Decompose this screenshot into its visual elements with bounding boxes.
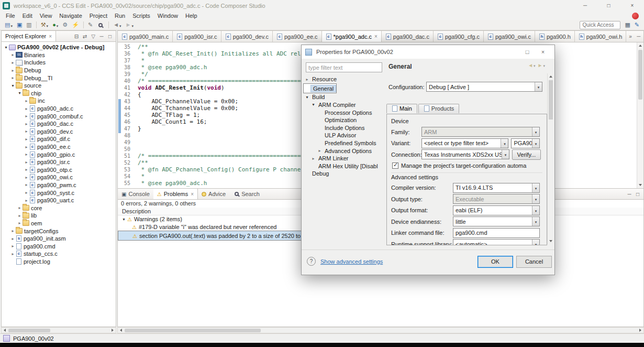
help-icon[interactable]: ? — [307, 257, 316, 266]
save-icon[interactable]: ▣ — [15, 20, 24, 29]
menu-navigate[interactable]: Navigate — [55, 12, 85, 19]
tree-item-project-log[interactable]: project.log — [2, 258, 116, 266]
scroll-down-icon[interactable] — [548, 238, 554, 244]
connection-select[interactable]: Texas Instruments XDS2xx USB Debug — [421, 149, 509, 159]
scrollbar-thumb[interactable] — [638, 50, 642, 100]
tree-item-pga900-combuf-c[interactable]: cpga900_combuf.c — [2, 112, 116, 120]
close-icon[interactable] — [191, 191, 194, 197]
properties-item-general[interactable]: General — [303, 83, 337, 93]
expand-arrow-icon[interactable] — [24, 182, 29, 187]
expand-arrow-icon[interactable] — [10, 75, 16, 80]
tree-item-startup-ccs-c[interactable]: cstartup_ccs.c — [2, 250, 116, 258]
editor-tab-pga900-owi-c[interactable]: cpga900_owi.c — [484, 31, 535, 42]
maximize-icon[interactable]: □ — [597, 0, 620, 12]
tree-item-pga900-owi-c[interactable]: cpga900_owi.c — [2, 174, 116, 181]
properties-tree[interactable]: ResourceGeneralBuildARM CompilerProcesso… — [303, 75, 383, 250]
maximize-icon[interactable]: □ — [106, 34, 114, 39]
menu-run[interactable]: Run — [111, 12, 129, 19]
tab-products[interactable]: Products — [418, 104, 459, 113]
close-icon[interactable]: × — [535, 49, 551, 55]
annotation-icon[interactable]: ✎ — [86, 20, 94, 29]
expand-arrow-icon[interactable] — [10, 252, 16, 256]
scrollbar-thumb[interactable] — [8, 329, 50, 332]
editor-tab-pga900-cfg-c[interactable]: cpga900_cfg.c — [434, 31, 484, 42]
expand-arrow-icon[interactable] — [24, 137, 29, 142]
tree-item-chip[interactable]: chip — [2, 90, 116, 97]
expand-arrow-icon[interactable] — [24, 160, 29, 165]
expand-arrow-icon[interactable] — [17, 221, 23, 225]
device-endianness-select[interactable]: little — [453, 216, 540, 226]
scroll-left-icon[interactable] — [118, 328, 124, 333]
expand-arrow-icon[interactable] — [317, 148, 323, 153]
expand-arrow-icon[interactable] — [10, 60, 16, 65]
menu-project[interactable]: Project — [86, 12, 111, 19]
explorer-horizontal-scrollbar[interactable] — [1, 327, 116, 333]
minimize-icon[interactable]: ─ — [573, 0, 597, 12]
link-editor-icon[interactable]: ⇄ — [81, 34, 89, 39]
close-icon[interactable] — [49, 34, 52, 39]
configuration-select[interactable]: Debug [ Active ] — [426, 82, 542, 92]
editor-tab-pga900-ee-c[interactable]: cpga900_ee.c — [273, 31, 322, 42]
expand-arrow-icon[interactable] — [24, 106, 29, 111]
tree-item-lib[interactable]: lib — [2, 212, 116, 220]
maximize-icon[interactable]: □ — [634, 191, 642, 197]
menu-file[interactable]: File — [2, 12, 19, 19]
tab-main[interactable]: Main — [386, 104, 417, 113]
tree-item-core[interactable]: core — [2, 204, 116, 212]
close-icon[interactable] — [374, 34, 377, 39]
ccs-edit-perspective-icon[interactable]: ✎ — [633, 20, 641, 29]
linker-command-file-input[interactable]: pga900.cmd — [453, 228, 540, 238]
scroll-right-icon[interactable] — [109, 328, 116, 333]
family-select[interactable]: ARM — [421, 127, 540, 137]
properties-item-debug[interactable]: Debug — [303, 170, 383, 178]
menu-help[interactable]: Help — [182, 12, 201, 19]
view-menu-icon[interactable]: ▽ — [89, 34, 97, 39]
menu-scripts[interactable]: Scripts — [129, 12, 154, 19]
properties-item-predefined-symbols[interactable]: Predefined Symbols — [303, 139, 383, 147]
properties-item-build[interactable]: Build — [303, 93, 383, 101]
editor-tab-pga900-h[interactable]: hpga900.h — [535, 31, 575, 42]
tab-search[interactable]: Search — [229, 189, 263, 199]
new-file-icon[interactable]: ▤ — [3, 20, 14, 29]
scroll-up-icon[interactable] — [548, 73, 554, 80]
menu-edit[interactable]: Edit — [19, 12, 36, 19]
expand-arrow-icon[interactable] — [24, 167, 29, 172]
tree-item-includes[interactable]: Includes — [2, 59, 116, 67]
tree-item-inc[interactable]: inc — [2, 97, 116, 105]
editor-tab-pga900-adc-c[interactable]: c*pga900_adc.c — [322, 31, 382, 42]
tree-item-binaries[interactable]: 01Binaries — [2, 51, 116, 59]
editor-tab-pga900-dac-c[interactable]: cpga900_dac.c — [382, 31, 434, 42]
editor-tab-pga900-dev-c[interactable]: cpga900_dev.c — [221, 31, 273, 42]
tree-item-pga900-ee-c[interactable]: cpga900_ee.c — [2, 143, 116, 151]
tab-problems[interactable]: Problems — [153, 189, 198, 199]
tab-overflow-icon[interactable]: » — [626, 31, 635, 42]
maximize-icon[interactable]: □ — [643, 34, 643, 39]
output-format-select[interactable]: eabi (ELF) — [453, 205, 540, 215]
minimize-icon[interactable]: ─ — [97, 34, 106, 39]
show-advanced-settings-link[interactable]: Show advanced settings — [320, 258, 383, 265]
output-type-select[interactable]: Executable — [453, 194, 540, 204]
maximize-icon[interactable]: □ — [519, 49, 535, 55]
properties-item-optimization[interactable]: Optimization — [303, 116, 383, 124]
collapse-arrow-icon[interactable] — [17, 91, 23, 95]
expand-arrow-icon[interactable] — [304, 77, 310, 82]
manage-target-config-checkbox[interactable] — [392, 162, 398, 169]
quick-access-input[interactable] — [580, 21, 620, 29]
tree-item-pga900-dev-c[interactable]: cpga900_dev.c — [2, 128, 116, 136]
scroll-left-icon[interactable] — [2, 328, 8, 333]
expand-arrow-icon[interactable] — [10, 244, 16, 248]
tree-item-pga900-otp-c[interactable]: cpga900_otp.c — [2, 166, 116, 174]
print-icon[interactable]: ▥ — [25, 20, 33, 29]
scrollbar-thumb[interactable] — [125, 329, 261, 332]
expand-arrow-icon[interactable] — [310, 156, 316, 161]
menu-view[interactable]: View — [36, 12, 56, 19]
tree-item-pga900-gpio-c[interactable]: cpga900_gpio.c — [2, 150, 116, 158]
variant-filter-select[interactable]: <select or type filter text> — [421, 138, 508, 148]
search-icon[interactable] — [95, 20, 106, 29]
expand-arrow-icon[interactable] — [24, 122, 29, 126]
minimize-icon[interactable]: ─ — [625, 191, 634, 197]
properties-item-arm-compiler[interactable]: ARM Compiler — [303, 101, 383, 109]
tree-item-source[interactable]: source — [2, 82, 116, 90]
build-icon[interactable]: ⚒ — [39, 20, 50, 29]
expand-arrow-icon[interactable] — [10, 229, 16, 233]
